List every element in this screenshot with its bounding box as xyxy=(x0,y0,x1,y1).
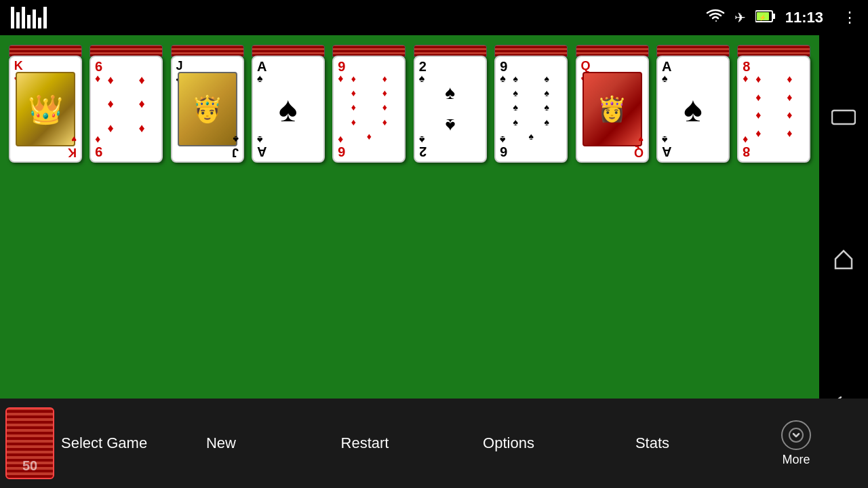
svg-point-5 xyxy=(789,428,803,442)
card-nine-diamonds[interactable]: 9 ♦ ♦♦ ♦♦ ♦♦ ♦♦ ♦ 6 ♦ xyxy=(332,56,406,163)
more-circle-icon xyxy=(781,420,811,450)
bottom-bar: 50 Select Game New Restart Options Stats… xyxy=(0,399,868,488)
select-game-button[interactable]: 50 Select Game xyxy=(0,399,149,488)
column-3[interactable]: J♣ 🤴 J♣ xyxy=(169,45,245,163)
landscape-button[interactable] xyxy=(831,108,856,131)
game-thumbnail: 50 xyxy=(5,407,54,479)
column-5[interactable]: 9 ♦ ♦♦ ♦♦ ♦♦ ♦♦ ♦ 6 ♦ xyxy=(331,45,408,163)
card-queen-hearts[interactable]: Q♥ 👸 Q♥ xyxy=(576,56,649,163)
column-9[interactable]: A ♠ ♠ A ♠ xyxy=(654,45,731,163)
column-4[interactable]: A ♠ ♠ A ♠ xyxy=(250,45,326,163)
cards-row: K♥ 👑 K♥ 6 ♦ ♦♦ ♦♦ ♦♦ xyxy=(0,35,819,163)
svg-text:⚡: ⚡ xyxy=(759,14,767,22)
card-eight-diamonds[interactable]: 8 ♦ ♦♦ ♦♦ ♦♦ ♦♦ 8 ♦ xyxy=(737,56,810,163)
battery-icon: ⚡ xyxy=(755,9,776,26)
card-ace-spades-2[interactable]: A ♠ ♠ A ♠ xyxy=(656,56,730,163)
card-nine-spades[interactable]: 9 ♠ ♠♠ ♠♠ ♠♠ ♠♠ ♠ 6 ♠ xyxy=(494,56,568,163)
game-area[interactable]: K♥ 👑 K♥ 6 ♦ ♦♦ ♦♦ ♦♦ xyxy=(0,35,819,399)
column-10[interactable]: 8 ♦ ♦♦ ♦♦ ♦♦ ♦♦ 8 ♦ xyxy=(736,45,812,163)
select-game-label: Select Game xyxy=(61,434,147,452)
time-display: 11:13 xyxy=(785,9,823,26)
more-button[interactable]: More xyxy=(724,399,868,488)
new-button[interactable]: New xyxy=(149,399,293,488)
column-1[interactable]: K♥ 👑 K♥ xyxy=(7,45,83,163)
column-7[interactable]: 9 ♠ ♠♠ ♠♠ ♠♠ ♠♠ ♠ 6 ♠ xyxy=(492,45,569,163)
menu-dots-icon[interactable]: ⋮ xyxy=(842,9,857,26)
card-six-diamonds[interactable]: 6 ♦ ♦♦ ♦♦ ♦♦ 9 ♦ xyxy=(90,56,163,163)
game-number: 50 xyxy=(7,458,53,474)
home-button[interactable] xyxy=(833,248,854,274)
barcode-icon xyxy=(11,7,47,28)
svg-rect-1 xyxy=(772,14,775,19)
card-ace-spades[interactable]: A ♠ ♠ A ♠ xyxy=(252,56,325,163)
card-king-hearts[interactable]: K♥ 👑 K♥ xyxy=(9,56,82,163)
status-bar: ✈ ⚡ 11:13 ⋮ xyxy=(0,0,868,35)
more-label: More xyxy=(782,453,810,467)
column-8[interactable]: Q♥ 👸 Q♥ xyxy=(574,45,650,163)
stats-button[interactable]: Stats xyxy=(580,399,724,488)
column-2[interactable]: 6 ♦ ♦♦ ♦♦ ♦♦ 9 ♦ xyxy=(87,45,164,163)
card-two-spades[interactable]: 2 ♠ ♠ ♠ 2 ♠ xyxy=(414,56,487,163)
wifi-icon xyxy=(706,9,725,27)
svg-rect-4 xyxy=(832,110,855,124)
card-jack-clubs[interactable]: J♣ 🤴 J♣ xyxy=(171,56,244,163)
options-button[interactable]: Options xyxy=(437,399,580,488)
column-6[interactable]: 2 ♠ ♠ ♠ 2 ♠ xyxy=(412,45,488,163)
airplane-icon: ✈ xyxy=(734,9,746,26)
restart-button[interactable]: Restart xyxy=(293,399,437,488)
